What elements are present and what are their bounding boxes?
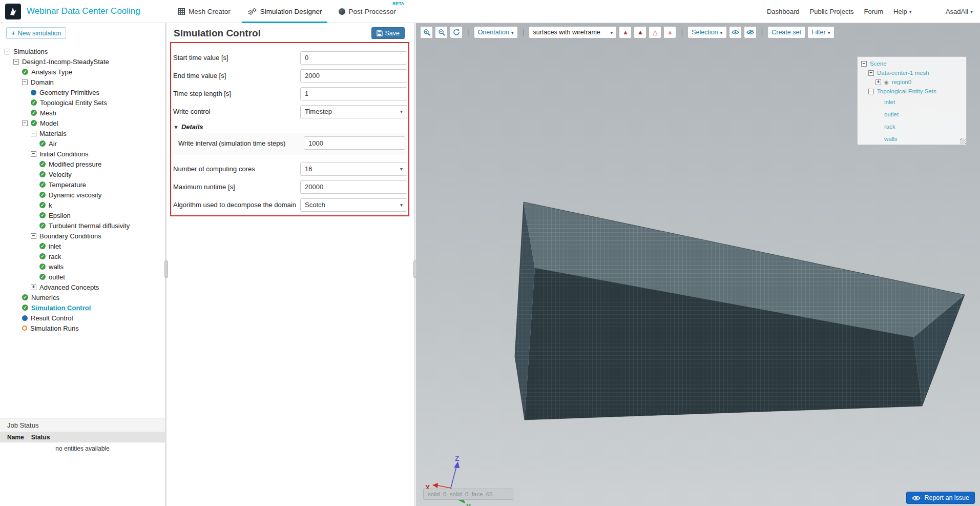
check-circle-icon[interactable] (39, 264, 46, 270)
scene-tree-item[interactable]: Scene (858, 59, 966, 68)
check-circle-icon[interactable] (39, 202, 46, 208)
minus-box-icon[interactable] (31, 151, 36, 157)
tab-post-processor[interactable]: Post-Processor BETA (330, 0, 404, 23)
dot-circle-icon[interactable] (22, 315, 28, 321)
show-entities-button[interactable] (729, 26, 742, 38)
tree-item[interactable]: outlet (0, 272, 165, 282)
help-menu[interactable]: Help ▾ (893, 8, 912, 15)
mesh-quality-outline-button[interactable]: △ (649, 26, 661, 38)
create-set-button[interactable]: Create set (767, 26, 805, 38)
minus-box-icon[interactable] (31, 233, 36, 239)
tree-item[interactable]: Initial Conditions (0, 149, 165, 159)
filter-dropdown[interactable]: Filter ▾ (807, 26, 835, 38)
app-logo-icon[interactable] (5, 4, 21, 19)
nav-link[interactable]: Dashboard (767, 8, 800, 15)
tree-item[interactable]: k (0, 200, 165, 210)
field-input[interactable] (300, 87, 407, 100)
save-button[interactable]: Save (371, 27, 405, 39)
tree-item[interactable]: Numerics (0, 292, 165, 302)
user-menu[interactable]: AsadAli ▾ (946, 8, 973, 15)
tree-item[interactable]: Design1-Incomp-SteadyState (0, 56, 165, 67)
tab-mesh-creator[interactable]: Mesh Creator (170, 0, 239, 23)
tree-item[interactable]: Boundary Conditions (0, 231, 165, 241)
tree-item[interactable]: Simulation Control (0, 302, 165, 313)
tree-item[interactable]: inlet (0, 241, 165, 251)
tree-item[interactable]: walls (0, 261, 165, 272)
scene-tree-item[interactable]: outlet (858, 108, 966, 120)
nav-link[interactable]: Forum (864, 8, 884, 15)
selection-dropdown[interactable]: Selection ▾ (687, 26, 726, 38)
dot-circle-icon[interactable] (31, 90, 36, 95)
plus-box-icon[interactable] (875, 79, 881, 85)
render-mode-select[interactable]: surfaces with wireframe ▾ (529, 26, 617, 38)
field-input[interactable] (300, 51, 407, 65)
scene-tree-item[interactable]: Topological Entity Sets (858, 87, 966, 96)
tree-item[interactable]: rack (0, 251, 165, 261)
field-select[interactable]: Scotch ▾ (300, 198, 407, 212)
collapse-caret-icon[interactable]: ▼ (173, 124, 179, 130)
tree-item[interactable]: Result Control (0, 313, 165, 323)
field-select[interactable]: 16 ▾ (300, 163, 407, 176)
field-input[interactable] (300, 180, 407, 194)
mesh-quality-solid-button[interactable]: ▲ (619, 26, 632, 38)
field-select[interactable]: Timestep ▾ (300, 105, 407, 118)
check-circle-icon[interactable] (39, 140, 46, 147)
field-input[interactable] (300, 69, 407, 83)
check-circle-icon[interactable] (39, 222, 46, 229)
tree-item[interactable]: Air (0, 138, 165, 149)
scene-tree-item[interactable]: Data-center-1 mesh (858, 68, 966, 77)
check-circle-icon[interactable] (39, 161, 46, 167)
tree-item[interactable]: Geometry Primitives (0, 87, 165, 97)
minus-box-icon[interactable] (868, 70, 874, 76)
check-circle-icon[interactable] (22, 294, 28, 300)
hide-entities-button[interactable] (744, 26, 757, 38)
minus-box-icon[interactable] (868, 89, 874, 94)
eye-icon[interactable] (884, 79, 889, 85)
minus-box-icon[interactable] (861, 61, 867, 67)
new-simulation-button[interactable]: + New simulation (6, 27, 66, 39)
minus-box-icon[interactable] (22, 79, 28, 85)
viewer-3d[interactable]: | Orientation ▾ | surfaces with wirefram… (416, 23, 980, 506)
tree-item[interactable]: Mesh (0, 108, 165, 118)
check-circle-icon[interactable] (22, 305, 28, 311)
tree-item[interactable]: Velocity (0, 169, 165, 179)
check-circle-icon[interactable] (39, 243, 46, 249)
tree-item[interactable]: Simulations (0, 46, 165, 56)
mesh-box[interactable] (515, 202, 965, 420)
tree-item[interactable]: Analysis Type (0, 67, 165, 77)
tree-item[interactable]: Simulation Runs (0, 323, 165, 333)
tree-item[interactable]: Materials (0, 128, 165, 138)
tree-item[interactable]: Model (0, 118, 165, 128)
reset-view-button[interactable] (450, 26, 463, 38)
zoom-out-button[interactable] (435, 26, 448, 38)
check-circle-icon[interactable] (31, 99, 37, 106)
check-circle-icon[interactable] (39, 171, 46, 177)
minus-box-icon[interactable] (13, 59, 19, 65)
check-circle-icon[interactable] (31, 110, 37, 116)
scene-tree-item[interactable]: walls (858, 133, 966, 145)
mesh-quality-dark-button[interactable]: ▲ (634, 26, 647, 38)
check-circle-icon[interactable] (39, 212, 46, 218)
sidebar-splitter-grip[interactable] (164, 260, 168, 278)
tree-item[interactable]: Dynamic viscosity (0, 190, 165, 200)
nav-link[interactable]: Public Projects (810, 8, 854, 15)
ring-circle-icon[interactable] (22, 326, 27, 331)
check-circle-icon[interactable] (39, 192, 46, 198)
tree-item[interactable]: Topological Entity Sets (0, 97, 165, 108)
tree-item[interactable]: Domain (0, 77, 165, 87)
minus-box-icon[interactable] (5, 49, 10, 54)
tree-item[interactable]: Turbulent thermal diffusivity (0, 220, 165, 231)
mesh-quality-light-button[interactable]: ▲ (663, 26, 676, 38)
minus-box-icon[interactable] (31, 131, 36, 136)
check-circle-icon[interactable] (39, 181, 46, 188)
tab-simulation-designer[interactable]: Simulation Designer (239, 0, 330, 23)
minus-box-icon[interactable] (22, 120, 28, 126)
scene-tree-item[interactable]: rack (858, 120, 966, 133)
panel-splitter-grip[interactable] (413, 260, 417, 278)
report-issue-button[interactable]: Report an issue (906, 492, 975, 504)
field-input[interactable] (304, 136, 405, 150)
scene-tree-item[interactable]: region0 (858, 77, 966, 87)
tree-item[interactable]: Modified pressure (0, 159, 165, 169)
orientation-dropdown[interactable]: Orientation ▾ (474, 26, 518, 38)
scene-tree-item[interactable]: inlet (858, 96, 966, 108)
